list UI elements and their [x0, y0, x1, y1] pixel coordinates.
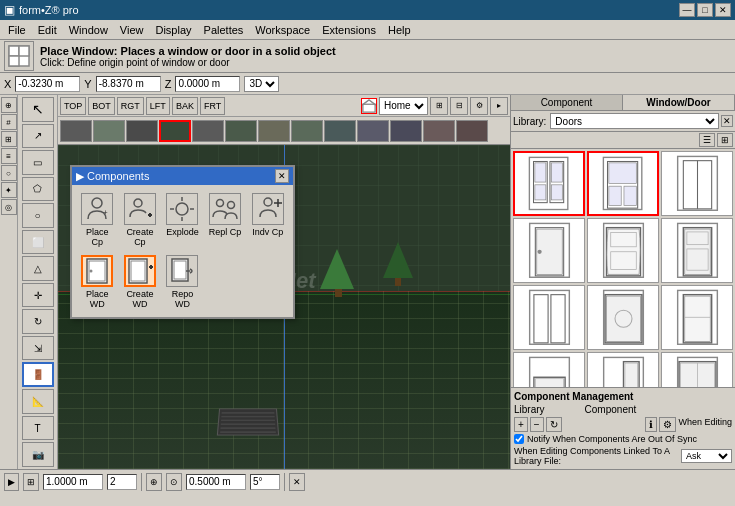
- cone-tool[interactable]: △: [22, 256, 54, 281]
- menu-file[interactable]: File: [2, 22, 32, 38]
- indv-cp-btn[interactable]: Indv Cp: [248, 191, 287, 249]
- place-cp-btn[interactable]: + Place Cp: [78, 191, 117, 249]
- menu-view[interactable]: View: [114, 22, 150, 38]
- settings-btn[interactable]: ⚙: [470, 97, 488, 115]
- sync-checkbox[interactable]: [514, 434, 524, 444]
- view-bot[interactable]: BOT: [88, 97, 115, 115]
- cube-tool[interactable]: ⬜: [22, 230, 54, 255]
- menu-workspace[interactable]: Workspace: [249, 22, 316, 38]
- cam-thumb-13[interactable]: [456, 120, 488, 142]
- grid-view-btn[interactable]: ⊞: [430, 97, 448, 115]
- status-btn-1[interactable]: ▶: [4, 473, 19, 491]
- add-comp-btn[interactable]: +: [514, 417, 528, 432]
- status-dist-input[interactable]: [186, 474, 246, 490]
- expand-btn[interactable]: ⊟: [450, 97, 468, 115]
- cam-thumb-5[interactable]: [192, 120, 224, 142]
- dialog-close-btn[interactable]: ✕: [275, 169, 289, 183]
- close-button[interactable]: ✕: [715, 3, 731, 17]
- obj-btn[interactable]: ○: [1, 165, 17, 181]
- camera-tool[interactable]: 📷: [22, 442, 54, 467]
- view-bak[interactable]: BAK: [172, 97, 198, 115]
- cam-thumb-6[interactable]: [225, 120, 257, 142]
- info-comp-btn[interactable]: ℹ: [645, 417, 657, 432]
- grid-btn[interactable]: #: [1, 114, 17, 130]
- cam-thumb-2[interactable]: [93, 120, 125, 142]
- menu-window[interactable]: Window: [63, 22, 114, 38]
- rotate-tool[interactable]: ↻: [22, 309, 54, 334]
- repo-wd-btn[interactable]: Repo WD: [163, 253, 202, 311]
- cam-thumb-12[interactable]: [423, 120, 455, 142]
- settings-comp-btn[interactable]: ⚙: [659, 417, 676, 432]
- measure-tool[interactable]: 📐: [22, 389, 54, 414]
- mode-select[interactable]: 3D2D: [244, 76, 279, 92]
- refresh-comp-btn[interactable]: ↻: [546, 417, 562, 432]
- grid-view-btn[interactable]: ⊞: [717, 133, 733, 147]
- rect-tool[interactable]: ▭: [22, 150, 54, 175]
- view-frt[interactable]: FRT: [200, 97, 225, 115]
- status-btn-3[interactable]: ⊕: [146, 473, 162, 491]
- cam-thumb-1[interactable]: [60, 120, 92, 142]
- cam-btn[interactable]: ◎: [1, 199, 17, 215]
- door-thumb-4[interactable]: [513, 218, 585, 283]
- door-thumb-3[interactable]: [661, 151, 733, 216]
- panel-close-btn[interactable]: ✕: [721, 115, 733, 127]
- axis-btn[interactable]: ⊞: [1, 131, 17, 147]
- door-thumb-12[interactable]: [661, 352, 733, 387]
- x-input[interactable]: [15, 76, 80, 92]
- door-thumb-9[interactable]: [661, 285, 733, 350]
- light-btn[interactable]: ✦: [1, 182, 17, 198]
- cam-thumb-3[interactable]: [126, 120, 158, 142]
- place-wd-btn[interactable]: Place WD: [78, 253, 117, 311]
- cam-thumb-11[interactable]: [390, 120, 422, 142]
- sphere-tool[interactable]: ○: [22, 203, 54, 228]
- menu-display[interactable]: Display: [149, 22, 197, 38]
- menu-edit[interactable]: Edit: [32, 22, 63, 38]
- maximize-button[interactable]: □: [697, 3, 713, 17]
- y-input[interactable]: [96, 76, 161, 92]
- list-view-btn[interactable]: ☰: [699, 133, 715, 147]
- cam-thumb-7[interactable]: [258, 120, 290, 142]
- home-select[interactable]: HomeFrontTopRight: [379, 97, 428, 115]
- door-thumb-10[interactable]: [513, 352, 585, 387]
- select-tool[interactable]: ↖: [22, 97, 54, 122]
- z-input[interactable]: [175, 76, 240, 92]
- door-thumb-5[interactable]: [587, 218, 659, 283]
- cam-thumb-8[interactable]: [291, 120, 323, 142]
- minimize-button[interactable]: —: [679, 3, 695, 17]
- create-wd-btn[interactable]: Create WD: [121, 253, 160, 311]
- status-scale-input[interactable]: [43, 474, 103, 490]
- door-thumb-6[interactable]: [661, 218, 733, 283]
- cam-thumb-9[interactable]: [324, 120, 356, 142]
- view-rgt[interactable]: RGT: [117, 97, 144, 115]
- tab-component[interactable]: Component: [511, 95, 623, 110]
- repl-cp-btn[interactable]: Repl Cp: [206, 191, 245, 249]
- menu-palettes[interactable]: Palettes: [198, 22, 250, 38]
- status-angle-input[interactable]: [250, 474, 280, 490]
- door-thumb-1[interactable]: [513, 151, 585, 216]
- window-tool[interactable]: 🚪: [22, 362, 54, 387]
- snap-btn[interactable]: ⊕: [1, 97, 17, 113]
- door-thumb-11[interactable]: [587, 352, 659, 387]
- view-top[interactable]: TOP: [60, 97, 86, 115]
- more-btn[interactable]: ▸: [490, 97, 508, 115]
- cam-thumb-10[interactable]: [357, 120, 389, 142]
- pick-tool[interactable]: ↗: [22, 124, 54, 149]
- door-thumb-7[interactable]: [513, 285, 585, 350]
- cam-thumb-4[interactable]: [159, 120, 191, 142]
- explode-btn[interactable]: Explode: [163, 191, 202, 249]
- tab-window-door[interactable]: Window/Door: [623, 95, 735, 110]
- menu-extensions[interactable]: Extensions: [316, 22, 382, 38]
- view-lft[interactable]: LFT: [146, 97, 170, 115]
- remove-comp-btn[interactable]: −: [530, 417, 544, 432]
- layer-btn[interactable]: ≡: [1, 148, 17, 164]
- scale-tool[interactable]: ⇲: [22, 336, 54, 361]
- status-btn-4[interactable]: ⊙: [166, 473, 182, 491]
- menu-help[interactable]: Help: [382, 22, 417, 38]
- status-btn-5[interactable]: ✕: [289, 473, 305, 491]
- poly-tool[interactable]: ⬠: [22, 177, 54, 202]
- door-thumb-2[interactable]: [587, 151, 659, 216]
- create-cp-btn[interactable]: Create Cp: [121, 191, 160, 249]
- status-btn-2[interactable]: ⊞: [23, 473, 39, 491]
- library-select[interactable]: DoorsWindows: [550, 113, 719, 129]
- door-thumb-8[interactable]: [587, 285, 659, 350]
